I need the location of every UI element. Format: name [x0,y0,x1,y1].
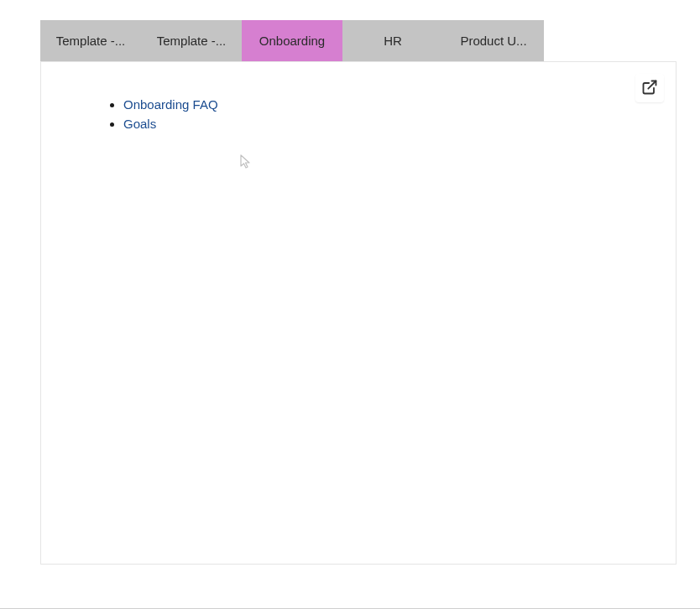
tab-label: Template -... [56,34,126,48]
links-list: Onboarding FAQ Goals [75,96,642,133]
link-goals[interactable]: Goals [123,117,156,131]
tab-label: Onboarding [259,34,325,48]
list-item: Goals [123,115,642,133]
tab-template-1[interactable]: Template -... [40,20,141,61]
external-link-icon [641,79,658,98]
link-onboarding-faq[interactable]: Onboarding FAQ [123,97,218,112]
svg-line-0 [648,81,656,88]
tab-product-u[interactable]: Product U... [443,20,544,61]
tab-label: Product U... [460,34,526,48]
expand-button[interactable] [635,74,664,102]
tabs-bar: Template -... Template -... Onboarding H… [40,20,700,61]
content-panel: Onboarding FAQ Goals [40,61,676,565]
tab-hr[interactable]: HR [342,20,443,61]
tab-label: HR [384,34,402,48]
list-item: Onboarding FAQ [123,96,642,113]
tab-onboarding[interactable]: Onboarding [242,20,342,61]
tab-label: Template -... [157,34,227,48]
tab-template-2[interactable]: Template -... [141,20,242,61]
